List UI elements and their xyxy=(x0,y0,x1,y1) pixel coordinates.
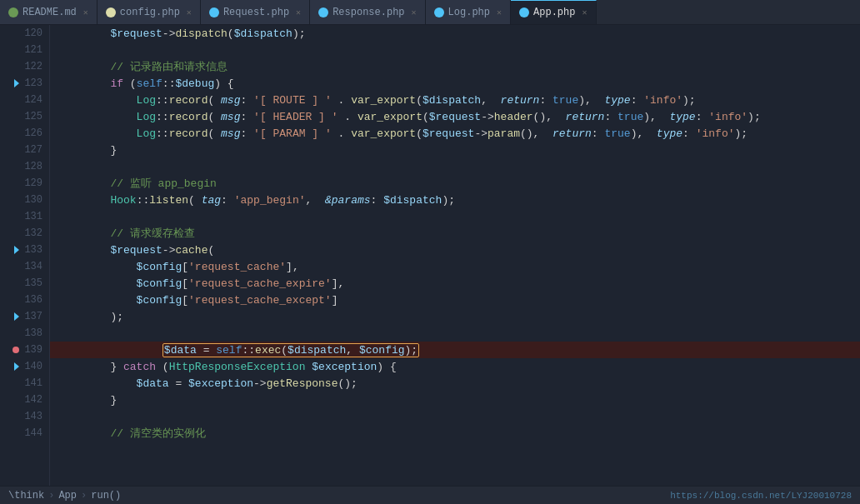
code-token: Hook xyxy=(58,194,137,207)
tab-label-app: App.php xyxy=(533,7,575,18)
code-token: ( xyxy=(208,244,214,257)
code-token: = xyxy=(169,377,188,390)
code-token: if xyxy=(58,77,123,90)
code-line-122: // 记录路由和请求信息 xyxy=(50,58,860,75)
tab-readme[interactable]: README.md ✕ xyxy=(0,0,98,25)
code-token: msg xyxy=(214,111,240,123)
line-number-120: 120 xyxy=(22,27,42,39)
bookmark-140 xyxy=(14,362,19,371)
code-token: return xyxy=(494,94,540,107)
code-token: [ xyxy=(182,277,188,290)
code-token: } xyxy=(58,394,117,407)
code-token: ), xyxy=(643,111,662,123)
code-token: } xyxy=(58,361,123,373)
code-token: dispatch xyxy=(175,27,227,40)
log-icon xyxy=(434,7,444,17)
code-line-131 xyxy=(50,208,860,225)
code-token: 'request_cache_expire' xyxy=(188,277,332,290)
code-token: ], xyxy=(286,261,299,273)
code-token: msg xyxy=(214,127,240,140)
code-token: : xyxy=(631,94,644,107)
blog-url: https://blog.csdn.net/LYJ20010728 xyxy=(670,491,852,501)
line-number-136: 136 xyxy=(22,294,42,306)
code-token: $request xyxy=(422,127,474,140)
tab-label-log: Log.php xyxy=(448,7,490,18)
code-line-121 xyxy=(50,42,860,58)
tab-log[interactable]: Log.php ✕ xyxy=(426,0,511,25)
code-token: ( xyxy=(123,77,137,90)
code-token: type xyxy=(598,94,631,107)
code-token: $dispatch xyxy=(383,194,442,207)
tab-close-readme[interactable]: ✕ xyxy=(83,7,88,17)
code-token: ] xyxy=(332,294,338,307)
code-token: return xyxy=(546,127,592,140)
code-line-126: Log::record( msg: '[ PARAM ] ' . var_exp… xyxy=(50,125,860,142)
code-line-125: Log::record( msg: '[ HEADER ] ' . var_ex… xyxy=(50,108,860,125)
code-token: ), xyxy=(631,127,650,140)
code-token: $config xyxy=(58,261,182,273)
gutter-126: 126 xyxy=(0,125,49,142)
code-token: $config xyxy=(58,277,182,290)
code-token: ( xyxy=(156,361,169,373)
tab-close-app[interactable]: ✕ xyxy=(582,7,587,17)
code-token: ( xyxy=(416,127,422,140)
code-line-127: } xyxy=(50,142,860,158)
tab-close-log[interactable]: ✕ xyxy=(497,7,502,17)
status-right: https://blog.csdn.net/LYJ20010728 xyxy=(670,491,852,501)
line-number-137: 137 xyxy=(22,311,42,322)
gutter-127: 127 xyxy=(0,142,49,158)
code-line-134: $config['request_cache'], xyxy=(50,258,860,275)
code-token: ); xyxy=(292,27,306,40)
code-token: '[ PARAM ] ' xyxy=(247,127,331,140)
code-token: ); xyxy=(442,194,455,207)
gutter-132: 132 xyxy=(0,225,49,242)
tab-close-config[interactable]: ✕ xyxy=(187,7,192,17)
code-line-136: $config['request_cache_except'] xyxy=(50,292,860,308)
code-token: ], xyxy=(332,277,345,290)
code-token: var_export xyxy=(351,127,416,140)
code-token: $config xyxy=(58,294,182,307)
bookmark-133 xyxy=(14,246,19,254)
breadcrumb-sep-2: › xyxy=(81,490,87,502)
tab-app[interactable]: App.php ✕ xyxy=(511,0,596,25)
code-token: 'info' xyxy=(643,94,682,107)
code-token: ( xyxy=(208,111,214,123)
tab-label-readme: README.md xyxy=(22,7,77,18)
gutter-144: 144 xyxy=(0,425,49,442)
tab-response[interactable]: Response.php ✕ xyxy=(310,0,425,25)
gutter-123: 123 xyxy=(0,75,49,92)
tab-close-request[interactable]: ✕ xyxy=(296,7,301,17)
code-token: : xyxy=(240,94,247,107)
code-token: Log xyxy=(58,127,156,140)
code-line-135: $config['request_cache_expire'], xyxy=(50,275,860,292)
code-token: true xyxy=(552,94,578,107)
line-number-127: 127 xyxy=(22,144,42,156)
gutter-139: 139 xyxy=(0,342,49,358)
line-number-129: 129 xyxy=(22,177,42,189)
line-number-139: 139 xyxy=(22,344,42,356)
gutter-137: 137 xyxy=(0,308,49,325)
code-token: param xyxy=(488,127,520,140)
line-number-122: 122 xyxy=(22,61,42,72)
breadcrumb-run: run() xyxy=(91,490,121,502)
tab-request[interactable]: Request.php ✕ xyxy=(201,0,310,25)
code-token: type xyxy=(650,127,682,140)
breakpoint-139 xyxy=(12,347,19,353)
code-area[interactable]: $request->dispatch($dispatch); // 记录路由和请… xyxy=(50,25,860,486)
code-token: : xyxy=(371,194,384,207)
breadcrumb-think: \think xyxy=(8,490,44,502)
line-number-140: 140 xyxy=(22,361,42,372)
code-token: . xyxy=(338,111,358,123)
code-token: ( xyxy=(416,94,422,107)
code-token: : xyxy=(221,194,228,207)
tab-config[interactable]: config.php ✕ xyxy=(98,0,201,25)
line-number-134: 134 xyxy=(22,261,42,272)
tab-close-response[interactable]: ✕ xyxy=(412,7,417,17)
code-line-138 xyxy=(50,325,860,342)
gutter-140: 140 xyxy=(0,358,49,375)
code-token: : xyxy=(682,127,696,140)
gutter-142: 142 xyxy=(0,392,49,408)
config-icon xyxy=(106,7,116,17)
code-token: Log xyxy=(58,94,156,107)
code-token: ) { xyxy=(377,361,396,373)
